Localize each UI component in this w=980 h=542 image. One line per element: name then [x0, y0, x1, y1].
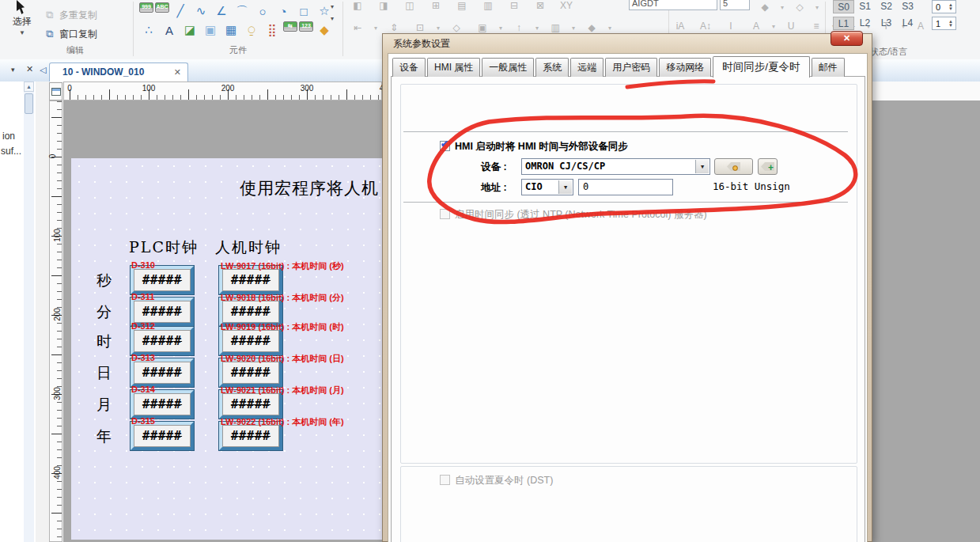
state-spinner[interactable]: 0 ▲▼	[932, 0, 956, 13]
state-button-s2[interactable]: S2	[876, 0, 897, 13]
panel-list-item[interactable]: ion	[2, 131, 15, 142]
toolbar-icon[interactable]: ⊟	[505, 0, 524, 14]
text-icon[interactable]: A	[160, 21, 179, 39]
language-button-l4[interactable]: L4	[897, 17, 918, 30]
tab-nav-prev-icon[interactable]: ◁	[40, 65, 46, 75]
toolbar-icon[interactable]: XY	[557, 0, 576, 14]
multi-copy-button[interactable]: ⧉ 多重复制	[44, 6, 97, 24]
canvas-title-text[interactable]: 使用宏程序将人机	[240, 177, 379, 199]
combo-arrow-icon[interactable]: ▼	[558, 180, 572, 194]
toolbar-icon[interactable]: ◧	[348, 0, 367, 14]
panel-scrollbar-thumb[interactable]	[25, 93, 33, 114]
plc-clock-header[interactable]: PLC时钟	[129, 237, 199, 258]
picture-icon[interactable]: ◪	[180, 21, 199, 39]
rect-icon[interactable]: □	[294, 2, 313, 20]
ruler-corner[interactable]	[49, 82, 62, 100]
dialog-close-button[interactable]: ✕	[831, 31, 863, 46]
dialog-tab-1[interactable]: 设备	[392, 58, 426, 77]
toolbar-icon[interactable]: ⊞	[426, 0, 445, 14]
toolbar-icon[interactable]: A↕	[696, 17, 715, 35]
row-label[interactable]: 分	[96, 302, 112, 323]
row-label[interactable]: 月	[96, 395, 112, 415]
chevron-down-icon[interactable]: ▾	[608, 25, 611, 32]
table-icon[interactable]: ▦	[221, 21, 240, 39]
dialog-tab-8[interactable]: 时间同步/夏令时	[713, 56, 809, 78]
dialog-tab-6[interactable]: 用户密码	[605, 58, 657, 77]
lamp-icon[interactable]: ⍜	[242, 21, 261, 39]
spinner-arrows-icon[interactable]: ▲▼	[947, 17, 955, 29]
filled-rect-icon[interactable]: ▣	[201, 21, 220, 39]
chevron-down-icon[interactable]: ▾	[374, 25, 377, 32]
font-size-combo[interactable]: 5	[720, 0, 750, 10]
toolbar-icon[interactable]: ◨	[374, 0, 393, 14]
dialog-tab-3[interactable]: 一般属性	[482, 58, 534, 77]
address-type-combo[interactable]: CIO ▼	[521, 179, 573, 195]
panel-collapse-icon[interactable]: ▾	[11, 66, 15, 74]
chevron-down-icon[interactable]: ▾	[781, 4, 784, 11]
traffic-light-icon[interactable]: ⣿	[263, 21, 282, 39]
toolbar-icon[interactable]: U	[781, 17, 800, 35]
language-spinner[interactable]: 1 ▲▼	[932, 17, 956, 30]
hmi-clock-header[interactable]: 人机时钟	[215, 237, 282, 258]
dst-checkbox[interactable]	[440, 475, 450, 485]
panel-list-item[interactable]: suf...	[1, 146, 21, 157]
plc-numeric-display[interactable]: #####	[131, 422, 194, 450]
overflow-chevron-icon[interactable]: ▾	[331, 3, 334, 10]
state-button-s3[interactable]: S3	[897, 0, 918, 13]
row-label[interactable]: 日	[96, 363, 112, 384]
add-device-button[interactable]: +	[758, 158, 778, 175]
dialog-tab-5[interactable]: 远端	[570, 58, 604, 77]
plc-numeric-display[interactable]: #####	[131, 327, 194, 355]
address-value-input[interactable]: 0	[578, 179, 673, 195]
pie-icon[interactable]: ◔	[274, 2, 293, 20]
dialog-tab-2[interactable]: HMI 属性	[427, 58, 480, 77]
chevron-down-icon[interactable]: ▾	[437, 25, 440, 32]
keypad-icon[interactable]: ⇆	[283, 21, 297, 32]
chevron-down-icon[interactable]: ▾	[772, 23, 775, 30]
circle-icon[interactable]: ○	[253, 2, 272, 20]
overflow-chevron-icon[interactable]: ▾	[331, 15, 334, 22]
toolbar-icon[interactable]: ▥	[479, 0, 498, 14]
state-button-s1[interactable]: S1	[854, 0, 876, 13]
freehand-line-icon[interactable]: ∿	[191, 2, 210, 20]
panel-scrollbar-track[interactable]	[24, 81, 34, 542]
toolbar-icon[interactable]: ⊠	[531, 0, 550, 14]
select-tool-button[interactable]: 选择 ▼	[13, 0, 32, 36]
ntp-sync-checkbox[interactable]	[440, 209, 450, 219]
spinner-arrows-icon[interactable]: ▲▼	[947, 1, 955, 13]
dots-icon[interactable]: ∴	[139, 21, 158, 39]
chevron-down-icon[interactable]: ▼	[19, 29, 25, 36]
line-icon[interactable]: ╱	[171, 2, 190, 20]
toolbar-icon[interactable]: ◫	[400, 0, 419, 14]
language-button-l3[interactable]: L3	[876, 17, 897, 30]
toolbar-icon[interactable]: iA	[671, 17, 690, 35]
ascii-input-icon[interactable]: ABC	[155, 2, 169, 13]
hmi-sync-checkbox[interactable]	[440, 141, 450, 151]
device-settings-button[interactable]	[714, 158, 753, 175]
chevron-down-icon[interactable]: ▾	[535, 25, 539, 32]
row-label[interactable]: 时	[96, 332, 112, 352]
dialog-tab-9[interactable]: 邮件	[812, 58, 845, 77]
language-button-l2[interactable]: L2	[854, 17, 876, 30]
font-name-combo[interactable]: AIGDT	[629, 0, 717, 10]
chevron-down-icon[interactable]: ▾	[572, 25, 575, 32]
toolbar-icon[interactable]: I	[721, 17, 740, 35]
polyline-icon[interactable]: ∠	[212, 2, 231, 20]
toolbar-icon[interactable]: ⇤	[348, 19, 367, 36]
state-button-s0[interactable]: S0	[833, 0, 854, 13]
numeric-keypad-icon[interactable]: 123	[299, 21, 313, 32]
plc-numeric-display[interactable]: #####	[131, 390, 194, 419]
numeric-input-icon[interactable]: 999	[139, 2, 153, 13]
scroll-up-icon[interactable]: ▲	[24, 81, 34, 92]
dialog-tab-7[interactable]: 移动网络	[659, 58, 711, 77]
dialog-tab-4[interactable]: 系统	[535, 58, 569, 77]
chevron-down-icon[interactable]: ▾	[815, 4, 819, 11]
toolbar-icon[interactable]: ≡	[807, 17, 826, 35]
plc-numeric-display[interactable]: #####	[131, 266, 194, 294]
toolbar-icon[interactable]: ◆	[755, 0, 774, 16]
language-button-l1[interactable]: L1	[833, 17, 854, 30]
panel-close-icon[interactable]: ✕	[26, 64, 33, 74]
arc-icon[interactable]: ⌒	[233, 2, 252, 20]
tab-close-icon[interactable]: ✕	[174, 63, 181, 81]
window-copy-button[interactable]: ⧉ 窗口复制	[44, 25, 97, 43]
